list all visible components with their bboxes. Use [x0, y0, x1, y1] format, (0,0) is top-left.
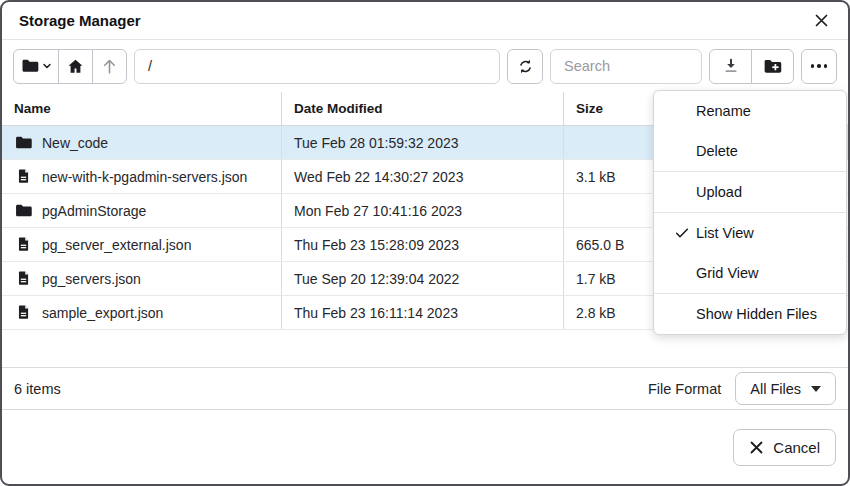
refresh-button[interactable]: [507, 49, 543, 84]
more-options-button[interactable]: [801, 49, 837, 84]
cancel-button[interactable]: Cancel: [733, 429, 836, 466]
chevron-down-icon: [42, 61, 52, 71]
menu-item-label: Upload: [696, 184, 742, 200]
items-count: 6 items: [14, 381, 61, 397]
file-date-modified: Mon Feb 27 10:41:16 2023: [282, 194, 564, 227]
page-title: Storage Manager: [19, 12, 808, 29]
file-format-select[interactable]: All Files: [735, 372, 836, 405]
cancel-x-icon: [749, 440, 764, 455]
options-menu: Rename Delete Upload List View Grid View…: [653, 90, 847, 335]
new-folder-button[interactable]: [751, 49, 794, 84]
folder-icon: [14, 201, 33, 220]
new-folder-icon: [762, 56, 783, 77]
column-header-date-modified[interactable]: Date Modified: [282, 92, 564, 125]
check-icon: [674, 143, 696, 159]
file-name: pg_servers.json: [42, 271, 141, 287]
toolbar: [2, 40, 848, 92]
column-header-name[interactable]: Name: [2, 92, 282, 125]
up-directory-button[interactable]: [92, 49, 127, 84]
path-input[interactable]: [134, 49, 500, 84]
nav-button-group: [13, 49, 127, 84]
file-date-modified: Tue Sep 20 12:39:04 2022: [282, 262, 564, 295]
home-icon: [66, 57, 85, 76]
menu-item-delete[interactable]: Delete: [654, 131, 846, 171]
arrow-up-icon: [100, 57, 119, 76]
download-button[interactable]: [709, 49, 752, 84]
file-format-label: File Format: [648, 381, 721, 397]
menu-item-grid-view[interactable]: Grid View: [654, 253, 846, 293]
check-icon: [674, 265, 696, 281]
file-icon: [14, 303, 33, 322]
menu-item-label: Show Hidden Files: [696, 306, 817, 322]
file-name: new-with-k-pgadmin-servers.json: [42, 169, 247, 185]
folder-icon: [14, 133, 33, 152]
cancel-label: Cancel: [773, 439, 820, 456]
menu-item-label: Rename: [696, 103, 751, 119]
refresh-icon: [516, 57, 535, 76]
file-icon: [14, 235, 33, 254]
storage-select-button[interactable]: [13, 49, 59, 84]
file-format-value: All Files: [750, 381, 801, 397]
menu-item-rename[interactable]: Rename: [654, 91, 846, 131]
menu-item-upload[interactable]: Upload: [654, 172, 846, 212]
file-date-modified: Wed Feb 22 14:30:27 2023: [282, 160, 564, 193]
caret-down-icon: [811, 386, 821, 392]
check-icon: [674, 225, 696, 241]
ellipsis-icon: [811, 64, 828, 68]
file-icon: [14, 269, 33, 288]
search-input[interactable]: [550, 49, 702, 84]
file-name: pgAdminStorage: [42, 203, 146, 219]
menu-item-list-view[interactable]: List View: [654, 213, 846, 253]
close-button[interactable]: [808, 8, 834, 34]
file-icon: [14, 167, 33, 186]
home-button[interactable]: [58, 49, 93, 84]
status-bar: 6 items File Format All Files: [2, 367, 848, 409]
dialog-actions: Cancel: [2, 409, 848, 484]
menu-item-label: List View: [696, 225, 754, 241]
download-icon: [721, 56, 741, 76]
menu-item-label: Grid View: [696, 265, 759, 281]
check-icon: [674, 306, 696, 322]
file-date-modified: Thu Feb 23 15:28:09 2023: [282, 228, 564, 261]
menu-item-label: Delete: [696, 143, 738, 159]
file-name: pg_server_external.json: [42, 237, 191, 253]
file-action-group: [709, 49, 794, 84]
file-name: sample_export.json: [42, 305, 163, 321]
table-empty-area: [2, 330, 848, 367]
menu-item-show-hidden-files[interactable]: Show Hidden Files: [654, 294, 846, 334]
file-date-modified: Thu Feb 23 16:11:14 2023: [282, 296, 564, 329]
check-icon: [674, 103, 696, 119]
title-bar: Storage Manager: [2, 2, 848, 40]
check-icon: [674, 184, 696, 200]
folder-icon: [20, 56, 40, 76]
storage-manager-dialog: Storage Manager: [0, 0, 850, 486]
close-icon: [813, 12, 830, 29]
file-name: New_code: [42, 135, 108, 151]
file-date-modified: Tue Feb 28 01:59:32 2023: [282, 126, 564, 159]
